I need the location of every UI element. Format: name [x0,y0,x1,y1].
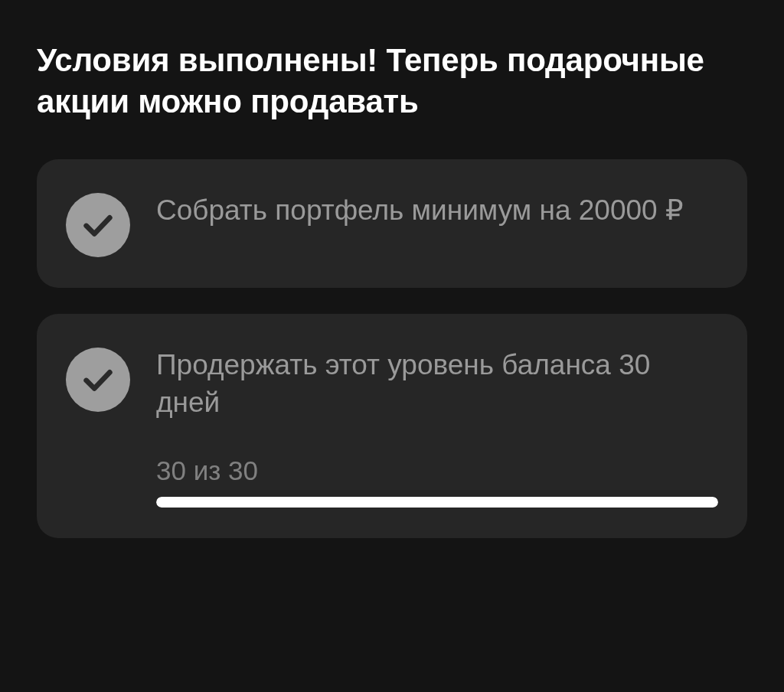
check-icon [66,348,130,412]
check-icon [66,193,130,257]
condition-balance-card: Продержать этот уровень баланса 30 дней … [37,314,747,539]
condition-portfolio-text: Собрать портфель минимум на 20000 ₽ [156,190,684,230]
condition-balance-text: Продержать этот уровень баланса 30 дней [156,344,718,423]
conditions-heading: Условия выполнены! Теперь подарочные акц… [37,40,747,122]
progress-bar [156,497,718,508]
progress-bar-fill [156,497,718,508]
progress-label: 30 из 30 [156,455,718,486]
condition-portfolio-card: Собрать портфель минимум на 20000 ₽ [37,159,747,288]
progress-section: 30 из 30 [156,455,718,508]
